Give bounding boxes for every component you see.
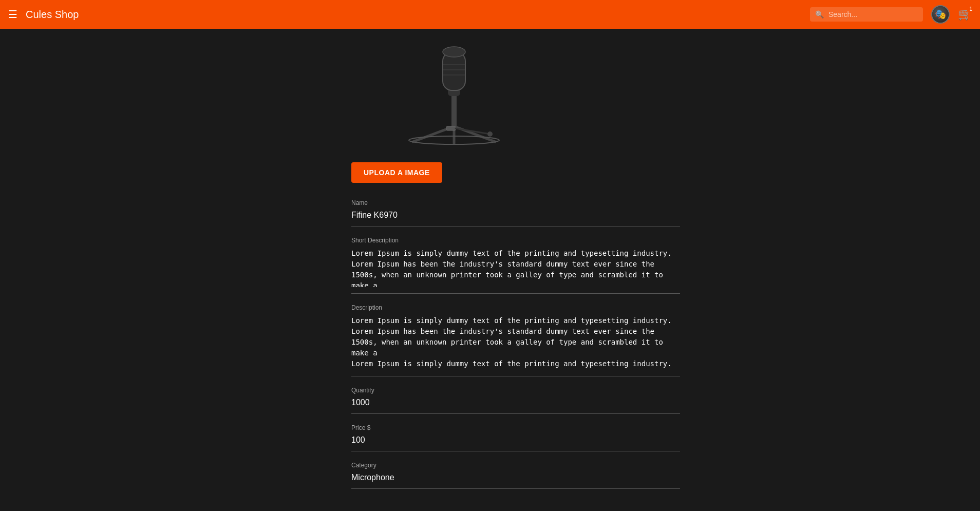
search-wrapper: 🔍 [810, 7, 923, 22]
quantity-field-group: Quantity [351, 387, 680, 414]
svg-rect-12 [446, 126, 456, 130]
cart-icon[interactable]: 🛒 1 [958, 8, 972, 21]
header-actions: 🎭 🛒 1 [931, 5, 972, 24]
category-label: Category [351, 462, 680, 469]
svg-point-13 [487, 131, 493, 137]
price-label: Price $ [351, 424, 680, 431]
category-input[interactable] [351, 471, 680, 484]
avatar-image: 🎭 [932, 6, 949, 23]
name-input[interactable] [351, 209, 680, 222]
product-form: Name Short Description Description Quant… [351, 199, 680, 511]
app-title: Cules Shop [26, 9, 810, 21]
desc-label: Description [351, 304, 680, 311]
price-field-group: Price $ [351, 424, 680, 451]
main-content: UPLOAD A IMAGE Name Short Description De… [259, 0, 721, 511]
name-label: Name [351, 199, 680, 206]
short-desc-textarea[interactable] [351, 246, 680, 287]
svg-rect-7 [443, 52, 465, 90]
cart-badge: 1 [967, 5, 975, 13]
upload-image-button[interactable]: UPLOAD A IMAGE [351, 162, 442, 183]
price-input[interactable] [351, 433, 680, 447]
header: ☰ Cules Shop 🔍 🎭 🛒 1 [0, 0, 980, 29]
name-field-group: Name [351, 199, 680, 226]
quantity-label: Quantity [351, 387, 680, 394]
category-field-group: Category [351, 462, 680, 489]
short-desc-label: Short Description [351, 237, 680, 244]
desc-field-group: Description [351, 304, 680, 376]
menu-icon[interactable]: ☰ [8, 8, 17, 21]
microphone-illustration [372, 31, 536, 149]
svg-rect-5 [451, 93, 457, 129]
avatar[interactable]: 🎭 [931, 5, 950, 24]
desc-textarea[interactable] [351, 313, 680, 370]
search-input[interactable] [810, 7, 923, 22]
image-preview-area [351, 29, 557, 152]
svg-point-8 [443, 47, 465, 57]
quantity-input[interactable] [351, 396, 680, 409]
short-desc-field-group: Short Description [351, 237, 680, 294]
